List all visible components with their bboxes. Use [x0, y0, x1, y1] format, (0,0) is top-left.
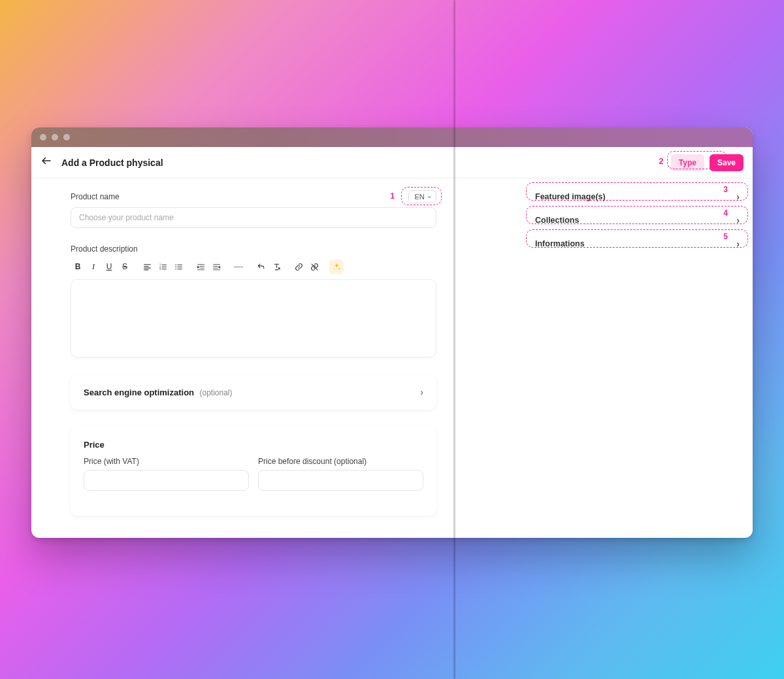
horizontal-rule-icon[interactable] [231, 259, 246, 274]
chevron-right-icon: › [736, 191, 740, 202]
svg-point-4 [175, 266, 176, 267]
annotation-5: 5 [723, 232, 728, 241]
unordered-list-icon[interactable] [171, 259, 186, 274]
back-arrow-icon[interactable] [41, 155, 52, 170]
seo-optional: (optional) [199, 388, 232, 397]
app-window: Add a Product physical 2 Type Save Produ… [31, 127, 753, 538]
content-area: Product name 1 EN › Product description … [31, 178, 753, 538]
ordered-list-icon[interactable]: 123 [155, 259, 170, 274]
price-card: Price Price (with VAT) Price before disc… [71, 427, 436, 516]
undo-icon[interactable] [253, 259, 268, 274]
sidebar-item-label: Featured image(s) [535, 192, 606, 201]
save-button[interactable]: Save [710, 154, 743, 171]
product-description-label: Product description [71, 244, 138, 254]
scrollbar[interactable] [453, 127, 455, 538]
underline-icon[interactable]: U [102, 259, 116, 274]
bold-icon[interactable]: B [71, 259, 85, 274]
window-titlebar [31, 127, 753, 147]
sidebar-item-collections[interactable]: Collections › [530, 210, 745, 231]
price-before-label: Price before discount (optional) [258, 457, 423, 466]
chevron-right-icon: › [736, 239, 740, 249]
chevron-right-icon: › [420, 387, 423, 397]
language-select[interactable]: EN › [408, 190, 436, 203]
chevron-down-icon: › [426, 195, 433, 197]
seo-title: Search engine optimization [84, 388, 194, 397]
window-control-dot[interactable] [52, 134, 58, 141]
product-name-input[interactable] [71, 207, 436, 228]
annotation-1: 1 [390, 191, 395, 201]
price-before-input[interactable] [258, 470, 423, 491]
price-heading: Price [84, 440, 105, 450]
sidebar-item-featured-images[interactable]: Featured image(s) › [530, 186, 745, 207]
sidebar-item-label: Informations [535, 239, 585, 248]
window-control-dot[interactable] [63, 134, 70, 141]
main-column: Product name 1 EN › Product description … [31, 178, 522, 538]
window-control-dot[interactable] [40, 134, 46, 141]
product-images-card: Product images [71, 533, 436, 538]
sidebar-item-label: Collections [535, 216, 579, 225]
italic-icon[interactable]: I [86, 259, 101, 274]
svg-point-5 [175, 268, 176, 269]
unlink-icon[interactable] [307, 259, 321, 274]
svg-point-3 [175, 264, 176, 265]
annotation-4: 4 [723, 208, 728, 218]
seo-expand-row[interactable]: Search engine optimization (optional) › [84, 386, 423, 398]
sidebar-item-informations[interactable]: Informations › [530, 233, 745, 254]
topbar: Add a Product physical 2 Type Save [31, 147, 753, 178]
annotation-3: 3 [723, 185, 728, 194]
clear-format-icon[interactable] [269, 259, 284, 274]
strikethrough-icon[interactable]: S [118, 259, 132, 274]
svg-text:3: 3 [159, 267, 161, 270]
description-editor[interactable] [71, 279, 436, 357]
page-title: Add a Product physical [61, 157, 163, 168]
price-vat-input[interactable] [84, 470, 249, 491]
ai-sparkle-icon[interactable] [329, 259, 344, 274]
annotation-2: 2 [659, 157, 664, 166]
editor-toolbar: B I U S 123 [71, 258, 483, 275]
indent-left-icon[interactable] [209, 259, 223, 274]
align-left-icon[interactable] [140, 259, 154, 274]
indent-right-icon[interactable] [193, 259, 208, 274]
price-vat-label: Price (with VAT) [84, 457, 249, 466]
language-value: EN [414, 193, 424, 201]
sidebar-column: 3 Featured image(s) › 4 Collections › 5 … [522, 178, 753, 538]
type-button[interactable]: Type [671, 154, 704, 171]
seo-card: Search engine optimization (optional) › [71, 374, 436, 410]
chevron-right-icon: › [736, 215, 740, 225]
link-icon[interactable] [291, 259, 306, 274]
product-name-label: Product name [71, 192, 120, 201]
